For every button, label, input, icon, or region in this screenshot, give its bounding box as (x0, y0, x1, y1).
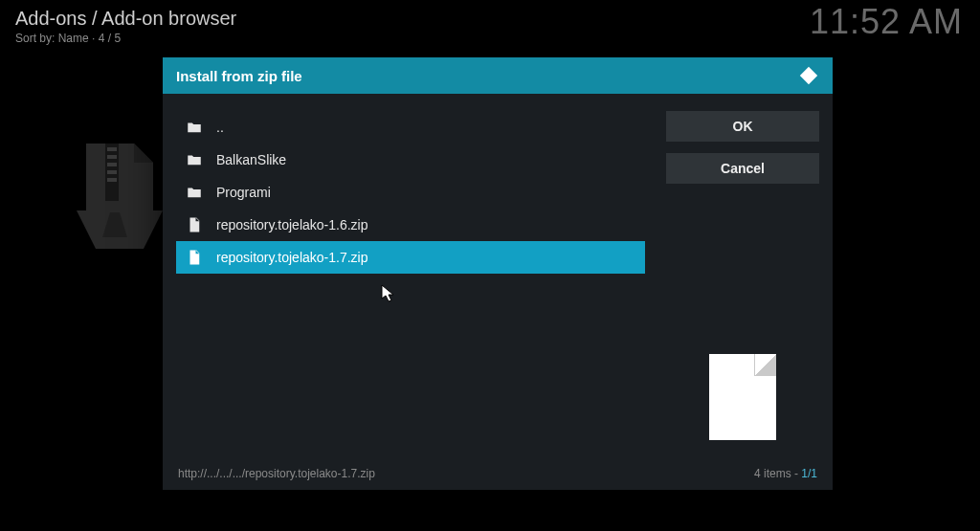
file-row-folder[interactable]: BalkanSlike (176, 144, 645, 176)
file-row-folder[interactable]: Programi (176, 176, 645, 209)
file-row-label: repository.tojelako-1.7.zip (216, 250, 368, 265)
file-icon (186, 249, 203, 266)
clock: 11:52 AM (810, 2, 963, 42)
install-zip-dialog: Install from zip file .. BalkanSlike (163, 57, 833, 490)
file-row-label: Programi (216, 185, 271, 200)
dialog-side: OK Cancel (666, 111, 819, 450)
kodi-logo-icon (798, 65, 819, 86)
sort-value: Name (58, 32, 89, 45)
ok-button[interactable]: OK (666, 111, 819, 142)
footer-page: 1/1 (801, 467, 817, 480)
file-row-file-selected[interactable]: repository.tojelako-1.7.zip (176, 241, 645, 274)
svg-rect-1 (107, 147, 117, 151)
dialog-titlebar: Install from zip file (163, 57, 833, 94)
sort-sep: · (89, 32, 99, 45)
footer-count-sep: - (791, 467, 802, 480)
file-list: .. BalkanSlike Programi repository.tojel… (176, 111, 645, 450)
file-icon (186, 216, 203, 233)
folder-up-icon (186, 119, 203, 136)
folder-icon (186, 151, 203, 168)
file-preview-icon (709, 354, 776, 440)
sort-count: 4 / 5 (99, 32, 121, 45)
sort-prefix: Sort by: (15, 32, 58, 45)
breadcrumb: Add-ons / Add-on browser (15, 8, 236, 30)
file-row-label: BalkanSlike (216, 152, 286, 167)
footer-path: http://.../.../.../repository.tojelako-1… (178, 467, 375, 480)
cancel-button[interactable]: Cancel (666, 153, 819, 184)
svg-rect-6 (808, 75, 811, 77)
footer-count-label: 4 items (754, 467, 791, 480)
file-row-up[interactable]: .. (176, 111, 645, 144)
zip-background-icon (77, 144, 163, 249)
file-row-file[interactable]: repository.tojelako-1.6.zip (176, 209, 645, 241)
file-row-label: .. (216, 120, 224, 135)
preview-zone (666, 354, 819, 450)
file-row-label: repository.tojelako-1.6.zip (216, 217, 368, 232)
svg-rect-2 (107, 155, 117, 159)
folder-icon (186, 184, 203, 201)
svg-rect-5 (107, 178, 117, 182)
svg-rect-4 (107, 170, 117, 174)
sort-info: Sort by: Name · 4 / 5 (15, 32, 236, 45)
dialog-title: Install from zip file (176, 68, 302, 84)
svg-rect-3 (107, 163, 117, 166)
dialog-footer: http://.../.../.../repository.tojelako-1… (163, 457, 833, 490)
footer-count: 4 items - 1/1 (754, 467, 817, 480)
